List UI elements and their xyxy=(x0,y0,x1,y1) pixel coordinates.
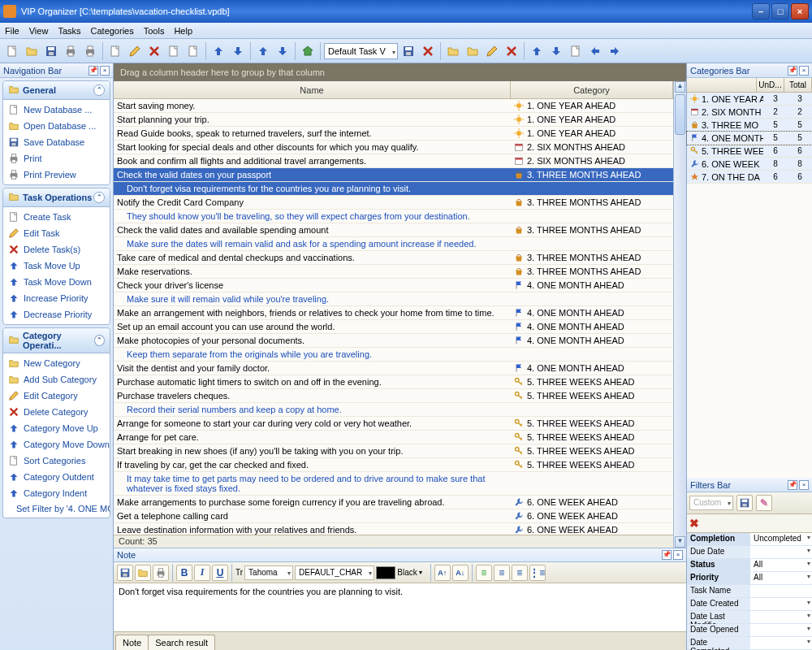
home-button[interactable] xyxy=(299,42,317,60)
outdent-button[interactable] xyxy=(586,42,604,60)
table-row-note[interactable]: Record their serial numbers and keep a c… xyxy=(114,403,673,417)
filter-value[interactable] xyxy=(750,624,812,636)
table-row[interactable]: Start saving money.1. ONE YEAR AHEAD xyxy=(114,99,673,113)
close-button[interactable]: × xyxy=(791,3,809,20)
table-row[interactable]: Get a telephone calling card6. ONE WEEK … xyxy=(114,509,673,523)
inc-font-button[interactable]: A↑ xyxy=(434,565,451,581)
table-row[interactable]: Set up an email account you can use arou… xyxy=(114,320,673,334)
table-row-note[interactable]: Keep them separate from the originals wh… xyxy=(114,348,673,362)
note-save-button[interactable] xyxy=(117,565,133,581)
table-row[interactable]: Purchase automatic light timers to switc… xyxy=(114,375,673,389)
table-row[interactable]: Start planning your trip.1. ONE YEAR AHE… xyxy=(114,113,673,127)
col-total-header[interactable]: Total xyxy=(784,78,812,92)
group-by-hint[interactable]: Drag a column header here to group by th… xyxy=(114,63,686,81)
nav-item[interactable]: Create Task xyxy=(3,209,110,225)
table-row-note[interactable]: They should know you'll be traveling, so… xyxy=(114,210,673,223)
nav-item[interactable]: Task Move Down xyxy=(3,274,110,290)
paste-button[interactable] xyxy=(184,42,202,60)
nav-item[interactable]: Sort Categories xyxy=(3,453,110,469)
category-row[interactable]: 4. ONE MONTH55 xyxy=(687,132,812,145)
edit-category-button[interactable] xyxy=(483,42,501,60)
delete-category-button[interactable] xyxy=(503,42,520,60)
grid-scrollbar[interactable]: ▲▼ xyxy=(673,81,686,548)
nav-item[interactable]: Category Outdent xyxy=(3,469,110,485)
italic-button[interactable]: I xyxy=(194,565,210,581)
filters-close-button[interactable]: × xyxy=(799,480,809,490)
filter-preset-combo[interactable]: Custom xyxy=(689,496,733,510)
delete-task-button[interactable] xyxy=(145,42,163,60)
grid-body[interactable]: Start saving money.1. ONE YEAR AHEADStar… xyxy=(114,99,673,535)
table-row[interactable]: Arrange for someone to start your car du… xyxy=(114,417,673,431)
table-row[interactable]: Start looking for special deals and othe… xyxy=(114,141,673,154)
nav-item[interactable]: Open Database ... xyxy=(3,118,110,134)
category-row[interactable]: 2. SIX MONTH22 xyxy=(687,106,812,119)
align-right-button[interactable]: ≡ xyxy=(512,565,528,581)
menu-tasks[interactable]: Tasks xyxy=(58,26,80,36)
table-row[interactable]: Visit the dentist and your family doctor… xyxy=(114,362,673,375)
priority-up-button[interactable] xyxy=(254,42,272,60)
cat-up-button[interactable] xyxy=(528,42,546,60)
nav-item[interactable]: Delete Task(s) xyxy=(3,241,110,258)
nav-item-filter[interactable]: Set Filter by '4. ONE MON... xyxy=(3,501,110,516)
note-print-button[interactable] xyxy=(153,565,169,581)
filter-value[interactable] xyxy=(750,611,812,623)
menu-tools[interactable]: Tools xyxy=(144,26,165,36)
size-combo[interactable]: DEFAULT_CHAR xyxy=(295,566,374,580)
table-row[interactable]: Start breaking in new shoes (if any) you… xyxy=(114,444,673,458)
table-row[interactable]: If traveling by car, get the car checked… xyxy=(114,458,673,472)
nav-item[interactable]: Task Move Up xyxy=(3,258,110,274)
save-db-button[interactable] xyxy=(42,42,60,60)
bullets-button[interactable]: ⋮≡ xyxy=(529,565,546,581)
nav-item[interactable]: Delete Category xyxy=(3,404,110,420)
edit-task-button[interactable] xyxy=(126,42,144,60)
nav-item[interactable]: Save Database xyxy=(3,134,110,150)
align-center-button[interactable]: ≡ xyxy=(494,565,510,581)
tab-note[interactable]: Note xyxy=(115,635,149,650)
sort-categories-button[interactable] xyxy=(567,42,585,60)
print-button[interactable] xyxy=(62,42,80,60)
nav-item[interactable]: Category Move Down xyxy=(3,436,110,453)
note-pin-button[interactable]: 📌 xyxy=(662,550,672,560)
delete-layout-button[interactable] xyxy=(419,42,437,60)
maximize-button[interactable]: □ xyxy=(771,3,789,20)
color-swatch[interactable] xyxy=(376,566,395,579)
open-db-button[interactable] xyxy=(23,42,41,60)
table-row-note[interactable]: Make sure the dates will remain valid an… xyxy=(114,237,673,251)
nav-section-header[interactable]: Category Operati...⌃ xyxy=(3,328,110,353)
save-layout-button[interactable] xyxy=(400,42,417,60)
underline-button[interactable]: U xyxy=(212,565,228,581)
nav-pin-button[interactable]: 📌 xyxy=(89,66,98,76)
copy-button[interactable] xyxy=(165,42,183,60)
minimize-button[interactable]: – xyxy=(752,3,770,20)
menu-categories[interactable]: Categories xyxy=(91,26,134,36)
table-row[interactable]: Notify the Credit Card Company3. THREE M… xyxy=(114,196,673,210)
filter-value[interactable]: All xyxy=(750,559,812,571)
filter-apply-button[interactable] xyxy=(736,495,753,511)
note-open-button[interactable] xyxy=(135,565,151,581)
table-row[interactable]: Make arrangements to purchase some forei… xyxy=(114,496,673,509)
filter-value[interactable] xyxy=(750,637,812,649)
priority-down-button[interactable] xyxy=(274,42,292,60)
filter-clear-button[interactable]: ✎ xyxy=(756,495,772,511)
filter-value[interactable]: All xyxy=(750,572,812,584)
add-subcategory-button[interactable] xyxy=(464,42,482,60)
category-row[interactable]: 3. THREE MO55 xyxy=(687,119,812,132)
preview-button[interactable] xyxy=(81,42,99,60)
nav-section-header[interactable]: Task Operations⌃ xyxy=(3,188,110,207)
nav-close-button[interactable]: × xyxy=(100,66,110,76)
table-row[interactable]: Make an arrangement with neighbors, frie… xyxy=(114,306,673,320)
catbar-close-button[interactable]: × xyxy=(799,66,809,76)
category-row[interactable]: 7. ON THE DA66 xyxy=(687,171,812,184)
nav-item[interactable]: New Category xyxy=(3,355,110,371)
align-left-button[interactable]: ≡ xyxy=(476,565,492,581)
col-category-header[interactable]: Category xyxy=(511,81,673,98)
menu-file[interactable]: File xyxy=(5,26,19,36)
filter-value[interactable] xyxy=(750,585,812,597)
nav-item[interactable]: Edit Category xyxy=(3,388,110,404)
table-row[interactable]: Check the valid dates on your passport3.… xyxy=(114,168,673,182)
dec-font-button[interactable]: A↓ xyxy=(452,565,469,581)
table-row[interactable]: Check your driver's license4. ONE MONTH … xyxy=(114,279,673,292)
table-row[interactable]: Take care of medical and dental checkups… xyxy=(114,251,673,265)
table-row[interactable]: Read Guide books, speak to returned trav… xyxy=(114,127,673,141)
new-category-button[interactable] xyxy=(444,42,462,60)
